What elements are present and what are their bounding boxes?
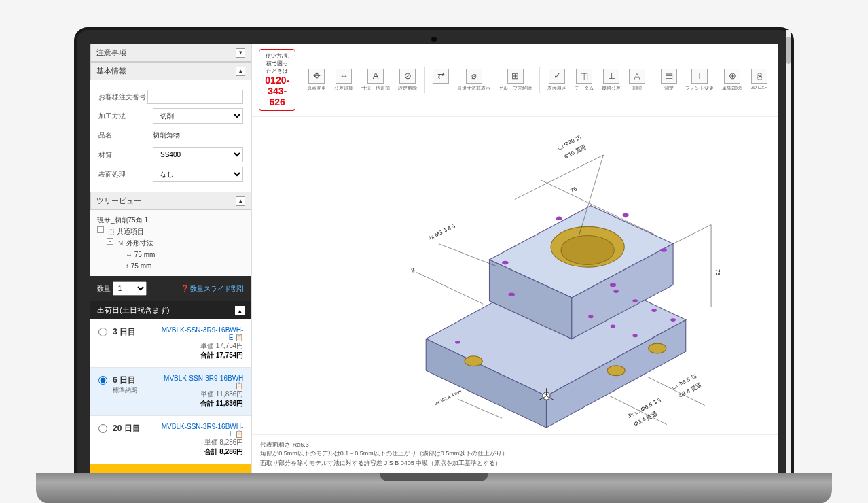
toolbar-原点変更[interactable]: ✥原点変更 (304, 67, 329, 93)
tree-common[interactable]: 共通項目 (117, 228, 144, 235)
toolbar-刻印[interactable]: ◬刻印 (626, 67, 649, 93)
sidebar: 注意事項 ▾ 基本情報 ▴ お客様注文番号 加工方法 切削 品名 切削角物 (90, 44, 252, 473)
shipping-header: 出荷日(土日祝含まず) ▴ (90, 301, 251, 319)
tool-label: 公差追加 (334, 85, 353, 92)
svg-point-19 (633, 334, 638, 338)
tool-label: 設定解除 (398, 85, 417, 92)
toolbar-設定解除[interactable]: ⊘設定解除 (395, 67, 420, 93)
shipping-radio[interactable] (98, 328, 107, 336)
toggle-icon[interactable]: ▴ (235, 306, 245, 315)
svg-point-24 (455, 341, 460, 344)
svg-point-18 (611, 325, 615, 328)
tree-dim[interactable]: ↔ 75 mm (116, 249, 245, 260)
cad-viewport[interactable]: ⌴ Φ30 ↧5 Φ10 貫通 75 75 4x M3 ↧4.5 3 3x ⌴ … (252, 117, 778, 434)
phone-box: 使い方/見積で困ったときは 0120-343-626 (259, 49, 295, 111)
svg-point-9 (649, 343, 666, 353)
tool-icon: ⊞ (507, 69, 524, 84)
shipping-sku: MVBLK-SSN-3R9-16BWH-E (162, 326, 244, 341)
cad-drawing: ⌴ Φ30 ↧5 Φ10 貫通 75 75 4x M3 ↧4.5 3 3x ⌴ … (252, 117, 778, 434)
tool-icon: ↔ (336, 69, 352, 84)
tool-icon: ✓ (549, 69, 565, 84)
toolbar-表面粗さ[interactable]: ✓表面粗さ (544, 67, 570, 93)
shipping-option[interactable]: 3 日目 MVBLK-SSN-3R9-16BWH-E📋 単価 17,754円 合… (90, 319, 251, 368)
svg-point-8 (607, 366, 625, 376)
footer-notes: 代表面粗さ Ra6.3 角部が0.5mm以下のモデルは0.1～0.5mm以下の仕… (252, 434, 778, 474)
qty-discount-link[interactable]: ❓ 数量スライド割引 (181, 284, 245, 294)
tool-icon: ⊕ (724, 69, 740, 84)
toolbar-2D DXF[interactable]: ⎘2D DXF (747, 67, 771, 91)
shipping-unit: 単価 11,836円 (160, 389, 243, 399)
collapse-icon[interactable]: ▴ (236, 67, 245, 76)
collapse-icon[interactable]: ▾ (236, 48, 245, 58)
tree-expander[interactable]: − (107, 238, 113, 245)
panel-basic-title: 基本情報 (96, 66, 126, 76)
panel-notice-header[interactable]: 注意事項 ▾ (90, 44, 251, 62)
toolbar-データム[interactable]: ◫データム (571, 67, 597, 93)
dim-icon: ⇲ (116, 237, 124, 249)
qty-select[interactable]: 1 (113, 281, 147, 296)
method-select[interactable]: 切削 (153, 108, 243, 124)
shipping-unit: 単価 8,286円 (160, 438, 243, 447)
qty-label: 数量 (97, 285, 111, 292)
pricing-panel: 数量 1 ❓ 数量スライド割引 出荷日(土日祝含まず) ▴ 3 日目 MVBLK… (90, 276, 251, 473)
product-label: 品名 (98, 131, 153, 140)
product-value: 切削角物 (153, 128, 243, 143)
copy-icon[interactable]: 📋 (235, 334, 243, 341)
shipping-total: 合計 11,836円 (160, 399, 243, 409)
svg-point-14 (661, 248, 667, 252)
svg-point-20 (652, 309, 657, 312)
shipping-radio[interactable] (98, 376, 107, 385)
toolbar-単独2D図[interactable]: ⊕単独2D図 (719, 67, 746, 93)
svg-line-25 (515, 155, 604, 199)
tool-icon: ✥ (308, 69, 325, 84)
toolbar-公差追加[interactable]: ↔公差追加 (331, 67, 357, 93)
collapse-icon[interactable]: ▴ (236, 196, 245, 206)
panel-notice-title: 注意事項 (96, 48, 126, 58)
order-no-input[interactable] (147, 90, 243, 104)
material-select[interactable]: SS400 (153, 147, 243, 162)
toolbar-グループ穴解除[interactable]: ⊞グループ穴解除 (495, 67, 535, 93)
toolbar-幾何公差[interactable]: ⊥幾何公差 (598, 67, 624, 93)
toolbar-tool[interactable]: ⇄ (429, 67, 452, 86)
toolbar: 使い方/見積で困ったときは 0120-343-626 ✥原点変更↔公差追加A寸法… (252, 44, 778, 117)
toolbar-フォント変更[interactable]: Tフォント変更 (682, 67, 717, 93)
tool-label: グループ穴解除 (499, 85, 532, 92)
svg-point-23 (671, 318, 676, 322)
tree-expander[interactable]: − (97, 226, 104, 233)
svg-point-21 (633, 299, 638, 302)
copy-icon[interactable]: 📋 (235, 382, 243, 389)
toolbar-測定[interactable]: ▤測定 (657, 67, 681, 93)
toolbar-寸法一括追加[interactable]: A寸法一括追加 (358, 67, 393, 93)
surface-select[interactable]: なし (153, 167, 243, 182)
annot: 4x M3 ↧4.5 (427, 222, 457, 242)
shipping-options: 3 日目 MVBLK-SSN-3R9-16BWH-E📋 単価 17,754円 合… (90, 319, 251, 464)
shipping-days: 6 日目 (113, 375, 160, 386)
shipping-days: 20 日目 (113, 423, 160, 434)
shipping-option[interactable]: 6 日目 標準納期 MVBLK-SSN-3R9-16BWH📋 単価 11,836… (90, 368, 251, 416)
add-to-cart-button[interactable]: カートへ追加 (90, 464, 251, 473)
panel-tree-header[interactable]: ツリービュー ▴ (90, 192, 251, 210)
tool-icon: ⇄ (433, 69, 449, 84)
svg-line-31 (417, 273, 484, 305)
tree-root[interactable]: 現サ_切削75角 1 (97, 214, 245, 226)
panel-tree-title: ツリービュー (96, 196, 141, 206)
svg-point-7 (561, 235, 614, 264)
panel-basic-header[interactable]: 基本情報 ▴ (90, 62, 251, 80)
svg-point-22 (614, 290, 619, 293)
tool-icon: ⊘ (399, 69, 416, 84)
shipping-radio[interactable] (98, 424, 107, 433)
footer-line: 代表面粗さ Ra6.3 (260, 440, 770, 450)
footer-line: 面取り部分を除くモデル寸法に対する許容差 JIS B 0405 中級（原点を加工… (260, 459, 770, 468)
shipping-total: 合計 8,286円 (160, 447, 243, 457)
tree-dim[interactable]: ↕ 75 mm (116, 260, 245, 272)
toolbar-最優寸法非表示[interactable]: ⌀最優寸法非表示 (454, 67, 494, 93)
shipping-option[interactable]: 20 日目 MVBLK-SSN-3R9-16BWH-L📋 単価 8,286円 合… (90, 416, 251, 464)
tool-label: 原点変更 (307, 85, 326, 92)
tree-outer[interactable]: 外形寸法 (126, 239, 153, 247)
tool-label: 表面粗さ (547, 85, 566, 92)
shipping-sku: MVBLK-SSN-3R9-16BWH-L (162, 423, 244, 438)
tool-icon: ▤ (661, 69, 677, 84)
copy-icon[interactable]: 📋 (235, 430, 243, 438)
tool-icon: ⊥ (603, 69, 619, 84)
method-label: 加工方法 (98, 111, 153, 121)
